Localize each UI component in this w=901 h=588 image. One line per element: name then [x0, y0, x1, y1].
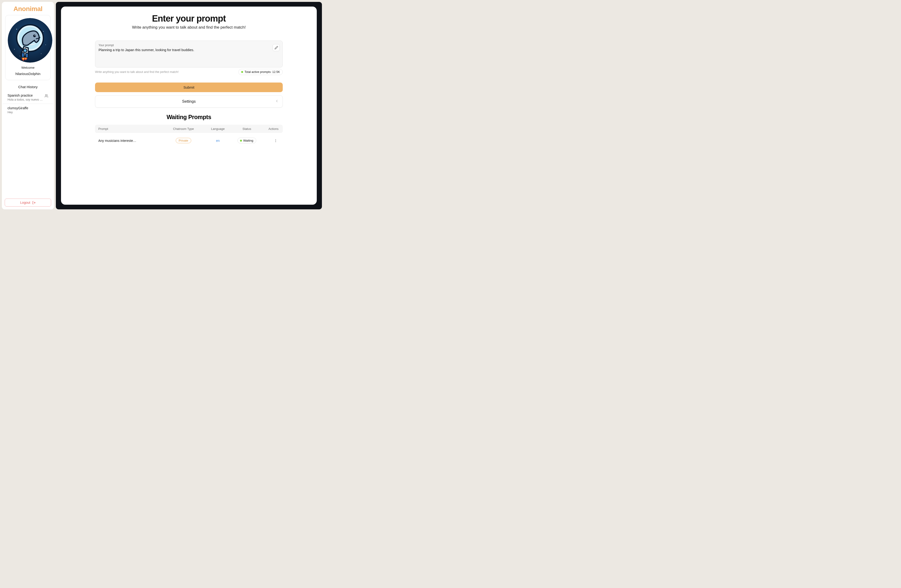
svg-rect-11 — [22, 53, 24, 57]
row-prompt-text: Any musicians intereste… — [98, 139, 164, 143]
logout-label: Logout — [20, 201, 30, 204]
col-actions: Actions — [261, 127, 279, 131]
chatroom-type-badge: Private — [176, 138, 191, 143]
status-dot-icon — [240, 140, 242, 142]
svg-point-16 — [276, 139, 276, 140]
col-status: Status — [232, 127, 261, 131]
edit-prompt-button[interactable] — [273, 44, 280, 51]
svg-point-10 — [34, 35, 35, 36]
settings-button[interactable]: Settings — [95, 95, 283, 107]
chat-item-preview: Hola a todos, soy nuevo aquí — [8, 98, 43, 101]
svg-point-9 — [33, 34, 36, 37]
svg-rect-12 — [26, 53, 28, 58]
svg-point-13 — [23, 49, 27, 52]
svg-point-4 — [14, 49, 14, 50]
waiting-prompts-table: Prompt Chatroom Type Language Status Act… — [95, 125, 283, 148]
status-dot-icon — [241, 71, 243, 73]
svg-point-2 — [43, 31, 44, 32]
svg-point-5 — [41, 53, 42, 54]
prompt-helper-text: Write anything you want to talk about an… — [95, 70, 179, 74]
logout-button[interactable]: Logout — [5, 199, 51, 207]
prompt-box: Your prompt — [95, 40, 283, 67]
chat-history-list: Spanish practice Hola a todos, soy nuevo… — [2, 91, 54, 196]
welcome-label: Welcome — [8, 66, 48, 69]
active-prompts-pill: Total active prompts: 12.5K — [238, 69, 283, 75]
page-subtitle: Write anything you want to talk about an… — [73, 25, 305, 30]
svg-point-1 — [16, 29, 17, 30]
svg-point-17 — [276, 140, 276, 141]
chevron-left-icon — [275, 99, 279, 104]
brand-logo: Anonimal — [2, 2, 54, 15]
settings-label: Settings — [182, 100, 196, 104]
col-type: Chatroom Type — [164, 127, 203, 131]
prompt-label: Your prompt — [98, 44, 270, 47]
avatar — [8, 18, 52, 62]
main-content: Enter your prompt Write anything you wan… — [61, 6, 317, 205]
svg-point-14 — [45, 95, 47, 96]
chat-history-title: Chat History — [2, 82, 54, 91]
status-badge: Waiting — [237, 138, 256, 143]
chat-history-item[interactable]: clumsyGiraffe Hey — [3, 104, 53, 116]
waiting-prompts-title: Waiting Prompts — [95, 114, 283, 120]
chat-item-preview: Hey — [8, 110, 48, 114]
main-frame: Enter your prompt Write anything you wan… — [56, 2, 322, 209]
chat-item-title: Spanish practice — [8, 93, 43, 97]
chat-history-item[interactable]: Spanish practice Hola a todos, soy nuevo… — [3, 91, 53, 104]
prompt-input[interactable] — [98, 48, 270, 64]
user-card: Welcome hilariousDolphin — [5, 15, 51, 80]
pencil-icon — [274, 46, 278, 50]
page-title: Enter your prompt — [73, 14, 305, 24]
svg-point-18 — [276, 142, 276, 142]
logout-icon — [32, 201, 36, 204]
username-label: hilariousDolphin — [8, 72, 48, 76]
col-prompt: Prompt — [98, 127, 164, 131]
more-vertical-icon — [274, 139, 277, 143]
col-language: Language — [203, 127, 232, 131]
row-language: en — [203, 139, 232, 143]
svg-point-3 — [45, 45, 46, 45]
submit-button[interactable]: Submit — [95, 82, 283, 92]
dolphin-astronaut-icon — [8, 18, 52, 62]
group-icon — [45, 94, 48, 99]
table-row: Any musicians intereste… Private en Wait… — [95, 133, 283, 148]
table-header: Prompt Chatroom Type Language Status Act… — [95, 125, 283, 133]
active-prompts-label: Total active prompts: 12.5K — [245, 70, 280, 74]
row-actions-button[interactable] — [272, 138, 279, 143]
status-text: Waiting — [243, 139, 253, 142]
sidebar: Anonimal — [2, 2, 54, 209]
chat-item-title: clumsyGiraffe — [8, 106, 48, 110]
